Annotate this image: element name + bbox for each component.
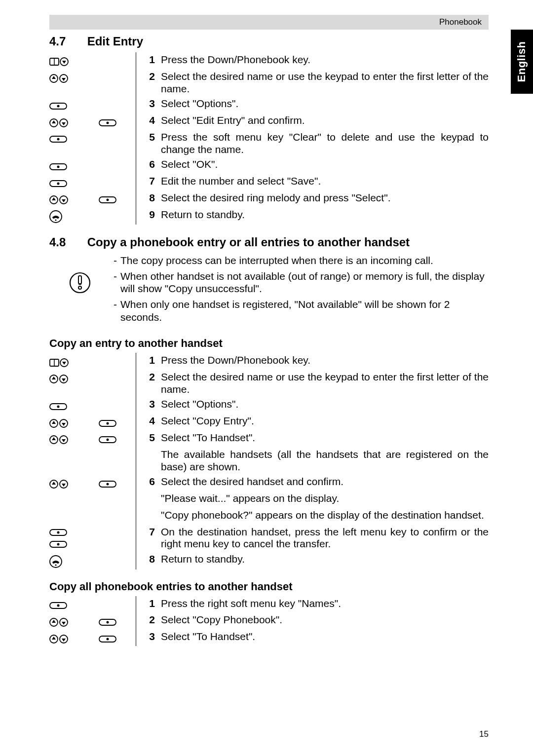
note-block: - The copy process can be interrupted wh… [49, 254, 489, 326]
step-text: Edit the number and select "Save". [161, 174, 489, 190]
end-icon [49, 210, 62, 223]
section-4-7-title: 4.7 Edit Entry [49, 35, 489, 48]
up-down-icon [49, 195, 68, 205]
dash-icon: - [114, 254, 120, 267]
step-icon-2 [99, 596, 136, 613]
step-number: 8 [136, 190, 161, 207]
step-icon-1 [49, 491, 99, 508]
step-row: 9Return to standby. [49, 207, 489, 225]
step-text: Select the desired name or use the keypa… [161, 370, 489, 397]
step-number: 2 [136, 370, 161, 397]
end-icon [49, 555, 62, 568]
step-icon-2 [99, 353, 136, 370]
step-number: 5 [136, 430, 161, 447]
steps-4-8a: 1Press the Down/Phonebook key.2Select th… [49, 353, 489, 569]
soft-icon [49, 101, 67, 111]
step-row: 1Press the Down/Phonebook key. [49, 52, 489, 69]
info-icon [69, 272, 91, 296]
step-row: 4Select "Edit Entry" and confirm. [49, 113, 489, 130]
up-down-icon [49, 374, 68, 384]
step-row: 4Select "Copy Entry". [49, 414, 489, 430]
step-icon-2 [99, 525, 136, 552]
note-text-line: The copy process can be interrupted when… [120, 254, 433, 267]
step-text: Select "Edit Entry" and confirm. [161, 113, 489, 130]
step-row: 1Press the right soft menu key "Names". [49, 596, 489, 613]
step-row: 6Select "OK". [49, 157, 489, 174]
step-number: 5 [136, 130, 161, 157]
step-icon-2 [99, 157, 136, 174]
step-icon-2 [99, 430, 136, 447]
step-number: 3 [136, 629, 161, 646]
sub2-title: Copy all phonebook entries to another ha… [49, 580, 489, 593]
step-icon-2 [99, 207, 136, 225]
step-row: 3Select "Options". [49, 397, 489, 414]
step-number [136, 491, 161, 508]
step-icon-1 [49, 552, 99, 569]
soft-icon [99, 479, 116, 489]
step-icon-2 [99, 612, 136, 629]
step-row: 8Select the desired ring melody and pres… [49, 190, 489, 207]
step-text: Press the Down/Phonebook key. [161, 52, 489, 69]
step-icon-1 [49, 130, 99, 157]
step-number: 2 [136, 612, 161, 629]
step-row: "Please wait..." appears on the display. [49, 491, 489, 508]
step-text: Select the desired name or use the keypa… [161, 69, 489, 97]
note-line: - The copy process can be interrupted wh… [114, 254, 489, 267]
step-row: 2Select "Copy Phonebook". [49, 612, 489, 629]
step-number: 6 [136, 157, 161, 174]
step-text: "Copy phonebook?" appears on the display… [161, 508, 489, 525]
language-label: English [516, 41, 529, 82]
soft-icon [49, 402, 67, 412]
step-row: 7Edit the number and select "Save". [49, 174, 489, 190]
step-row: 3Select "Options". [49, 96, 489, 113]
step-row: 6Select the desired handset and confirm. [49, 474, 489, 491]
step-text: Select "Options". [161, 96, 489, 113]
step-icon-1 [49, 430, 99, 447]
up-down-icon [49, 634, 68, 644]
step-row: "Copy phonebook?" appears on the display… [49, 508, 489, 525]
dash-icon: - [114, 270, 120, 295]
step-text: Select "To Handset". [161, 629, 489, 646]
step-number: 4 [136, 113, 161, 130]
step-row: 8Return to standby. [49, 552, 489, 569]
step-row: 1Press the Down/Phonebook key. [49, 353, 489, 370]
step-text: Return to standby. [161, 207, 489, 225]
up-down-icon [49, 74, 68, 83]
step-icon-1 [49, 629, 99, 646]
section-4-7-text: Edit Entry [87, 35, 143, 48]
step-text: Select "Options". [161, 397, 489, 414]
steps-4-7: 1Press the Down/Phonebook key.2Select th… [49, 52, 489, 225]
sub1-title: Copy an entry to another handset [49, 337, 489, 350]
note-line: - When only one handset is registered, "… [114, 298, 489, 323]
step-number: 2 [136, 69, 161, 97]
step-icon-2 [99, 130, 136, 157]
step-number [136, 447, 161, 475]
step-icon-1 [49, 370, 99, 397]
note-text-line: When other handset is not available (out… [120, 270, 489, 295]
step-text: "Please wait..." appears on the display. [161, 491, 489, 508]
step-icon-2 [99, 447, 136, 475]
step-text: Press the right soft menu key "Names". [161, 596, 489, 613]
step-icon-2 [99, 69, 136, 97]
step-icon-2 [99, 96, 136, 113]
step-icon-1 [49, 447, 99, 475]
step-icon-1 [49, 596, 99, 613]
soft-icon [99, 634, 116, 644]
header-section: Phonebook [439, 17, 482, 27]
step-row: 2Select the desired name or use the keyp… [49, 370, 489, 397]
step-row: The available handsets (all the handsets… [49, 447, 489, 475]
step-row: 7On the destination handset, press the l… [49, 525, 489, 552]
soft-icon [99, 435, 116, 445]
step-icon-1 [49, 174, 99, 190]
step-icon-1 [49, 414, 99, 430]
step-icon-1 [49, 157, 99, 174]
step-icon-1 [49, 353, 99, 370]
step-number: 9 [136, 207, 161, 225]
step-text: Select the desired ring melody and press… [161, 190, 489, 207]
step-text: The available handsets (all the handsets… [161, 447, 489, 475]
step-icon-1 [49, 508, 99, 525]
step-icon-2 [99, 190, 136, 207]
step-number: 1 [136, 52, 161, 69]
step-text: Select the desired handset and confirm. [161, 474, 489, 491]
book-down-icon [49, 358, 69, 368]
